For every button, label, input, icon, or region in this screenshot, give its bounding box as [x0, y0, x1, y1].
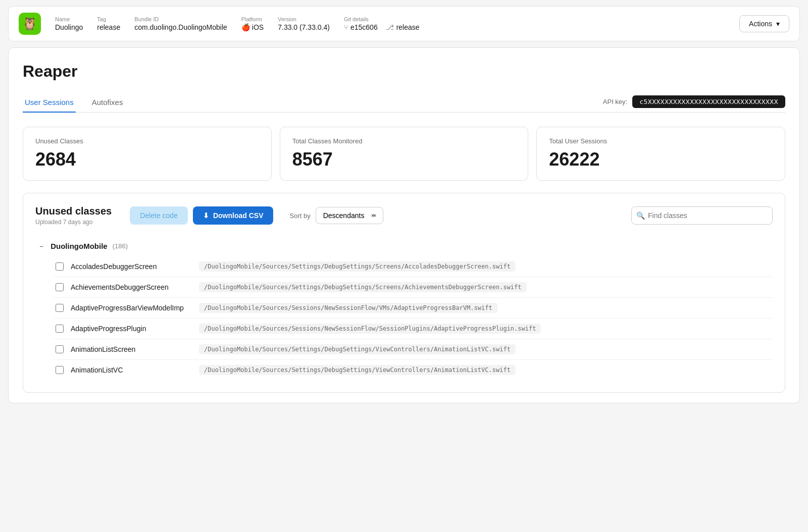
group-header: − DuolingoMobile (186): [35, 242, 773, 250]
api-key-label: API key:: [603, 98, 627, 105]
class-name-1: AchievementsDebuggerScreen: [71, 283, 192, 291]
app-name-value: Duolingo: [55, 23, 83, 31]
class-row: AdaptiveProgressBarViewModelImp /Duoling…: [54, 298, 773, 318]
section-header: Unused classes Uploaded 7 days ago Delet…: [35, 205, 773, 226]
class-row: AnimationListVC /DuolingoMobile/Sources/…: [54, 360, 773, 380]
class-name-0: AccoladesDebuggerScreen: [71, 262, 192, 271]
class-list: − DuolingoMobile (186) AccoladesDebugger…: [35, 238, 773, 380]
download-icon: ⬇: [203, 211, 209, 220]
commit-icon: ⑂: [344, 23, 348, 31]
class-path-0: /DuolingoMobile/Sources/Settings/DebugSe…: [199, 261, 516, 272]
sort-label: Sort by: [289, 212, 310, 220]
name-label: Name: [55, 16, 83, 22]
search-icon: 🔍: [636, 211, 645, 220]
section-title: Unused classes: [35, 205, 112, 217]
platform-value: 🍎 iOS: [241, 23, 264, 31]
class-row: AdaptiveProgressPlugin /DuolingoMobile/S…: [54, 318, 773, 339]
collapse-button[interactable]: −: [37, 242, 45, 250]
stat-card-user-sessions: Total User Sessions 26222: [536, 127, 785, 181]
class-checkbox-1[interactable]: [56, 283, 64, 291]
class-path-2: /DuolingoMobile/Sources/Sessions/NewSess…: [199, 303, 497, 313]
tab-autofixes[interactable]: Autofixes: [90, 93, 125, 113]
class-path-3: /DuolingoMobile/Sources/Sessions/NewSess…: [199, 324, 541, 334]
search-input-wrap: 🔍: [631, 206, 773, 225]
section-actions: Delete code ⬇ Download CSV: [130, 206, 273, 225]
section-subtitle: Uploaded 7 days ago: [35, 219, 112, 226]
stat-value-user-sessions: 26222: [549, 149, 773, 170]
main-content: Reaper User Sessions Autofixes API key: …: [8, 47, 800, 403]
git-commit-item: ⑂ e15c606: [344, 23, 378, 31]
class-path-5: /DuolingoMobile/Sources/Settings/DebugSe…: [199, 365, 516, 375]
tag-label: Tag: [97, 16, 120, 22]
platform-info: Platform 🍎 iOS: [241, 16, 264, 31]
search-area: 🔍: [631, 206, 773, 225]
stat-card-unused: Unused Classes 2684: [23, 127, 272, 181]
app-info-group: Name Duolingo Tag release Bundle ID com.…: [55, 16, 725, 31]
class-checkbox-0[interactable]: [56, 262, 64, 271]
sort-area: Sort by Descendants Alphabetical Usage: [289, 207, 383, 224]
class-checkbox-2[interactable]: [56, 304, 64, 312]
version-value: 7.33.0 (7.33.0.4): [278, 23, 330, 31]
git-branch-item: ⎇ release: [386, 23, 420, 31]
group-count: (186): [113, 242, 128, 250]
class-checkbox-4[interactable]: [56, 345, 64, 353]
actions-label: Actions: [749, 20, 772, 28]
delete-code-button[interactable]: Delete code: [130, 206, 188, 225]
group-name: DuolingoMobile: [50, 242, 107, 250]
stat-card-total-classes: Total Classes Monitored 8567: [280, 127, 529, 181]
version-info: Version 7.33.0 (7.33.0.4): [278, 16, 330, 31]
platform-label: Platform: [241, 16, 264, 22]
stat-value-unused: 2684: [35, 149, 259, 170]
class-path-1: /DuolingoMobile/Sources/Settings/DebugSe…: [199, 282, 527, 292]
bundle-value: com.duolingo.DuolingoMobile: [134, 23, 227, 31]
api-key-value: c5XXXXXXXXXXXXXXXXXXXXXXXXXXXXXXX: [632, 95, 785, 108]
tag-value: release: [97, 23, 120, 31]
stats-row: Unused Classes 2684 Total Classes Monito…: [23, 127, 785, 181]
git-commit-value: e15c606: [350, 23, 378, 31]
api-key-area: API key: c5XXXXXXXXXXXXXXXXXXXXXXXXXXXXX…: [603, 95, 785, 112]
stat-label-user-sessions: Total User Sessions: [549, 137, 773, 145]
class-path-4: /DuolingoMobile/Sources/Settings/DebugSe…: [199, 344, 516, 354]
tag-info: Tag release: [97, 16, 120, 31]
app-icon: 🦉: [19, 13, 41, 35]
page-title: Reaper: [23, 62, 785, 81]
bundle-info: Bundle ID com.duolingo.DuolingoMobile: [134, 16, 227, 31]
stat-label-total-classes: Total Classes Monitored: [292, 137, 516, 145]
stat-value-total-classes: 8567: [292, 149, 516, 170]
class-row: AccoladesDebuggerScreen /DuolingoMobile/…: [54, 256, 773, 277]
tabs-bar: User Sessions Autofixes API key: c5XXXXX…: [23, 93, 785, 113]
section-title-area: Unused classes Uploaded 7 days ago: [35, 205, 112, 226]
find-classes-input[interactable]: [631, 206, 773, 225]
actions-button[interactable]: Actions ▾: [739, 15, 789, 32]
app-name-info: Name Duolingo: [55, 16, 83, 31]
class-checkbox-3[interactable]: [56, 325, 64, 333]
top-bar: 🦉 Name Duolingo Tag release Bundle ID co…: [8, 6, 800, 41]
class-name-3: AdaptiveProgressPlugin: [71, 325, 192, 333]
version-label: Version: [278, 16, 330, 22]
chevron-down-icon: ▾: [776, 20, 780, 28]
tab-user-sessions[interactable]: User Sessions: [23, 93, 76, 113]
class-name-4: AnimationListScreen: [71, 345, 192, 353]
class-checkbox-5[interactable]: [56, 366, 64, 374]
class-name-5: AnimationListVC: [71, 366, 192, 374]
sort-select[interactable]: Descendants Alphabetical Usage: [316, 207, 383, 224]
stat-label-unused: Unused Classes: [35, 137, 259, 145]
git-info: Git details ⑂ e15c606 ⎇ release: [344, 16, 420, 31]
bundle-label: Bundle ID: [134, 16, 227, 22]
class-name-2: AdaptiveProgressBarViewModelImp: [71, 304, 192, 312]
class-items: AccoladesDebuggerScreen /DuolingoMobile/…: [35, 256, 773, 380]
unused-classes-section: Unused classes Uploaded 7 days ago Delet…: [23, 193, 785, 393]
git-branch-value: release: [396, 23, 420, 31]
git-label: Git details: [344, 16, 420, 22]
class-row: AnimationListScreen /DuolingoMobile/Sour…: [54, 339, 773, 360]
download-csv-button[interactable]: ⬇ Download CSV: [193, 206, 274, 225]
apple-icon: 🍎: [241, 23, 250, 31]
branch-icon: ⎇: [386, 23, 394, 31]
class-row: AchievementsDebuggerScreen /DuolingoMobi…: [54, 277, 773, 298]
